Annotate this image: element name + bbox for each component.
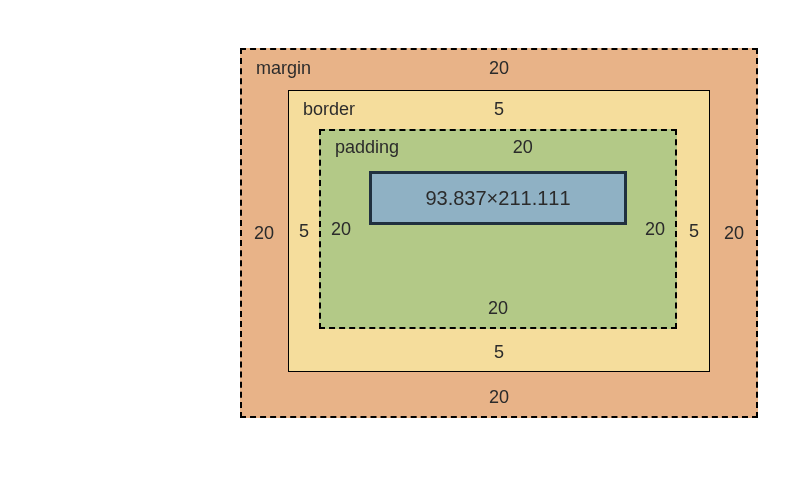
border-top-value: 5 xyxy=(494,99,504,120)
border-layer: border 5 5 5 5 padding 20 20 20 20 93.83… xyxy=(288,90,710,372)
padding-label: padding xyxy=(335,137,399,158)
padding-bottom-value: 20 xyxy=(488,298,508,319)
margin-label: margin xyxy=(256,58,311,79)
margin-top-value: 20 xyxy=(489,58,509,79)
padding-left-value: 20 xyxy=(331,219,351,240)
border-label: border xyxy=(303,99,355,120)
margin-bottom-value: 20 xyxy=(489,387,509,408)
padding-layer: padding 20 20 20 20 93.837×211.111 xyxy=(319,129,677,329)
content-dimensions: 93.837×211.111 xyxy=(425,187,570,210)
border-right-value: 5 xyxy=(689,221,699,242)
box-model-diagram: margin 20 20 20 20 border 5 5 5 5 paddin… xyxy=(240,48,758,418)
margin-left-value: 20 xyxy=(254,223,274,244)
border-left-value: 5 xyxy=(299,221,309,242)
padding-right-value: 20 xyxy=(645,219,665,240)
margin-right-value: 20 xyxy=(724,223,744,244)
padding-top-value: 20 xyxy=(513,137,533,158)
content-box: 93.837×211.111 xyxy=(369,171,627,225)
border-bottom-value: 5 xyxy=(494,342,504,363)
margin-layer: margin 20 20 20 20 border 5 5 5 5 paddin… xyxy=(240,48,758,418)
